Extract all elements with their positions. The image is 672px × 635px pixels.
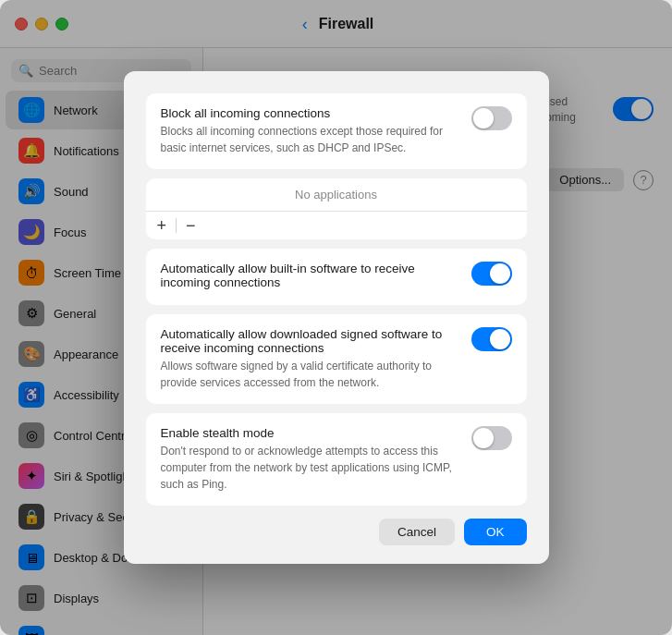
stealth-mode-row: Enable stealth mode Don't respond to or … xyxy=(161,426,512,493)
auto-allow-signed-info: Automatically allow downloaded signed so… xyxy=(161,327,460,391)
stealth-mode-toggle[interactable] xyxy=(471,426,512,450)
auto-allow-signed-desc: Allows software signed by a valid certif… xyxy=(161,358,460,391)
auto-allow-builtin-toggle[interactable] xyxy=(471,262,512,286)
block-all-desc: Blocks all incoming connections except t… xyxy=(161,123,460,156)
auto-allow-builtin-row: Automatically allow built-in software to… xyxy=(161,262,512,292)
main-window: ‹ Firewall 🔍 🌐 Network 🔔 Notifications 🔊… xyxy=(0,0,672,635)
block-all-row: Block all incoming connections Blocks al… xyxy=(161,106,512,156)
block-all-section: Block all incoming connections Blocks al… xyxy=(146,93,527,169)
auto-allow-builtin-title: Automatically allow built-in software to… xyxy=(161,262,460,289)
auto-allow-signed-section: Automatically allow downloaded signed so… xyxy=(146,314,527,404)
block-all-toggle[interactable] xyxy=(471,106,512,130)
stealth-mode-desc: Don't respond to or acknowledge attempts… xyxy=(161,443,460,493)
app-list-toolbar: + − xyxy=(146,212,527,239)
auto-allow-signed-toggle[interactable] xyxy=(471,327,512,351)
stealth-mode-info: Enable stealth mode Don't respond to or … xyxy=(161,426,460,493)
app-list-section: No applications + − xyxy=(146,178,527,239)
remove-app-button[interactable]: − xyxy=(184,217,198,234)
cancel-button[interactable]: Cancel xyxy=(379,519,455,545)
auto-allow-builtin-info: Automatically allow built-in software to… xyxy=(161,262,460,292)
stealth-mode-section: Enable stealth mode Don't respond to or … xyxy=(146,413,527,506)
modal-dialog: Block all incoming connections Blocks al… xyxy=(124,71,549,564)
ok-button[interactable]: OK xyxy=(464,519,527,545)
stealth-mode-toggle-thumb xyxy=(473,428,494,448)
no-applications-label: No applications xyxy=(146,178,527,212)
block-all-toggle-thumb xyxy=(473,108,494,128)
auto-allow-signed-row: Automatically allow downloaded signed so… xyxy=(161,327,512,391)
auto-allow-builtin-section: Automatically allow built-in software to… xyxy=(146,249,527,305)
add-app-button[interactable]: + xyxy=(155,217,169,234)
auto-allow-signed-title: Automatically allow downloaded signed so… xyxy=(161,327,460,355)
modal-overlay: Block all incoming connections Blocks al… xyxy=(0,0,672,635)
auto-allow-signed-toggle-thumb xyxy=(490,329,510,349)
block-all-info: Block all incoming connections Blocks al… xyxy=(161,106,460,156)
block-all-title: Block all incoming connections xyxy=(161,106,460,120)
auto-allow-builtin-toggle-thumb xyxy=(490,263,510,284)
stealth-mode-title: Enable stealth mode xyxy=(161,426,460,440)
toolbar-divider xyxy=(176,218,177,233)
modal-footer: Cancel OK xyxy=(146,519,527,545)
